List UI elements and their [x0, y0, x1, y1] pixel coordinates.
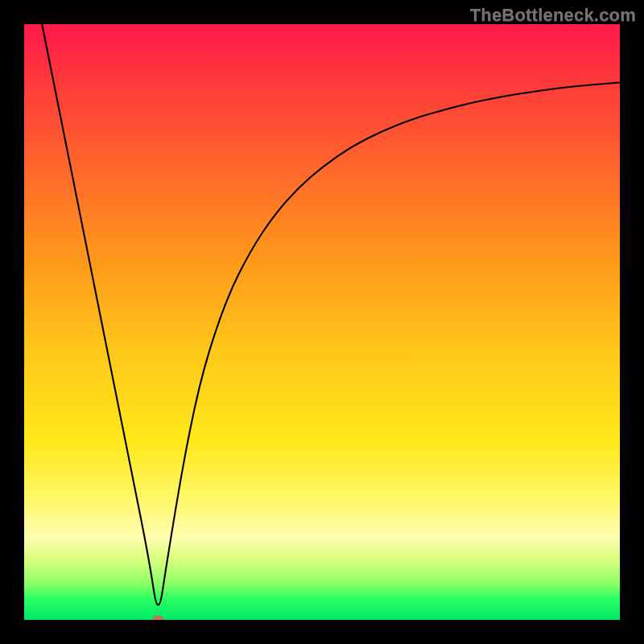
plot-area — [24, 24, 620, 620]
watermark-text: TheBottleneck.com — [470, 5, 636, 26]
marker-dot — [153, 616, 164, 621]
plot-svg — [24, 24, 620, 620]
curve-line — [42, 24, 620, 605]
outer-frame: TheBottleneck.com — [0, 0, 644, 644]
